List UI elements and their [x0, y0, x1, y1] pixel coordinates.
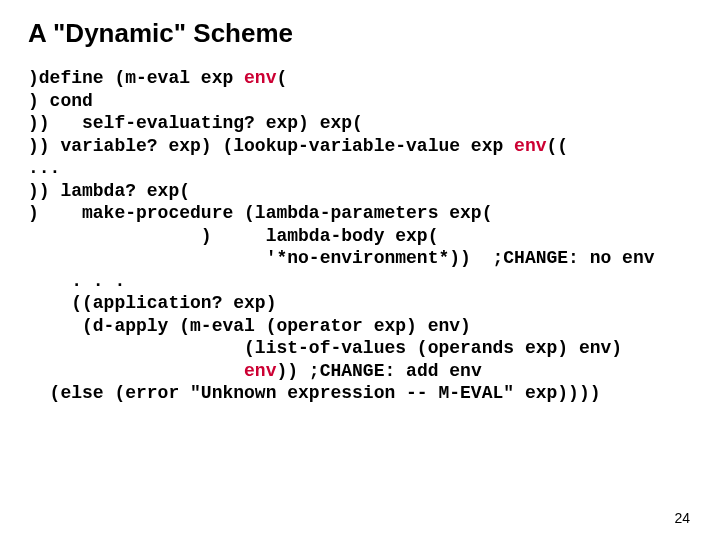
code-line-8: '*no-environment*)) ;CHANGE: no env	[28, 248, 655, 268]
code-line-1a: )define (m-eval exp	[28, 68, 244, 88]
code-line-6: ) make-procedure (lambda-parameters exp(	[28, 203, 492, 223]
code-line-4a: )) variable? exp) (lookup-variable-value…	[28, 136, 514, 156]
code-line-9: ((application? exp)	[28, 293, 276, 313]
code-line-11: (list-of-values (operands exp) env)	[28, 338, 622, 358]
code-env-2: env	[514, 136, 546, 156]
code-env-1: env	[244, 68, 276, 88]
code-line-12b: )) ;CHANGE: add env	[276, 361, 481, 381]
slide-title: A "Dynamic" Scheme	[28, 18, 692, 49]
code-line-13: (else (error "Unknown expression -- M-EV…	[28, 383, 601, 403]
code-ellipsis-1: ...	[28, 158, 60, 178]
code-line-5: )) lambda? exp(	[28, 181, 190, 201]
code-line-3: )) self-evaluating? exp) exp(	[28, 113, 363, 133]
page-number: 24	[674, 510, 690, 526]
code-env-3: env	[244, 361, 276, 381]
code-line-10: (d-apply (m-eval (operator exp) env)	[28, 316, 471, 336]
code-line-12a	[28, 361, 244, 381]
code-ellipsis-2: . . .	[28, 271, 125, 291]
code-line-2: ) cond	[28, 91, 93, 111]
code-line-7: ) lambda-body exp(	[28, 226, 438, 246]
code-line-1b: (	[276, 68, 287, 88]
code-line-4b: ((	[547, 136, 569, 156]
code-block: )define (m-eval exp env( ) cond )) self-…	[28, 67, 692, 405]
